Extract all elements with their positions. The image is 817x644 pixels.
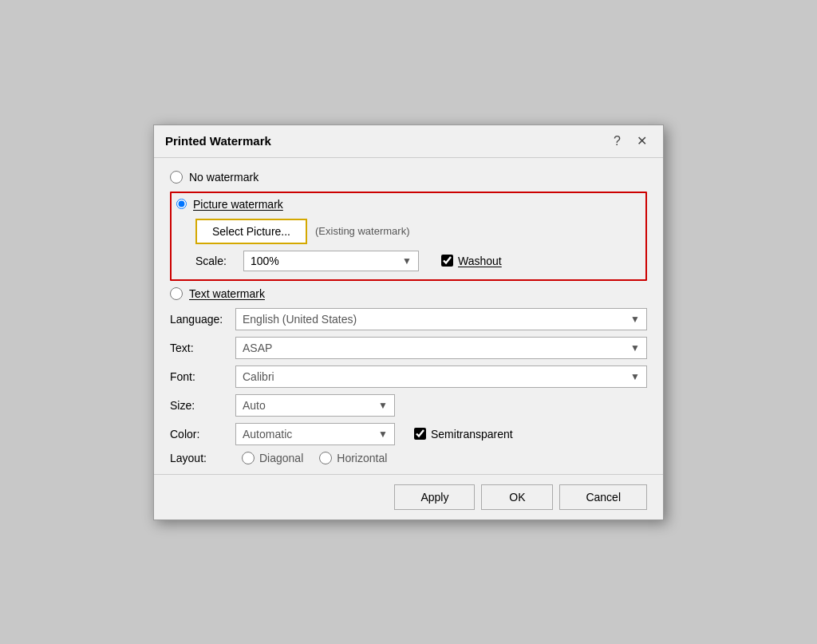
language-arrow: ▼ <box>630 314 640 325</box>
text-value: ASAP <box>243 342 272 354</box>
size-row: Size: Auto ▼ <box>170 394 647 417</box>
no-watermark-row: No watermark <box>170 171 647 184</box>
font-arrow: ▼ <box>630 371 640 382</box>
size-dropdown[interactable]: Auto ▼ <box>235 394 395 417</box>
scale-row: Scale: 100% ▼ Washout <box>195 251 639 271</box>
select-picture-wrapper: Select Picture... <box>195 219 307 244</box>
text-watermark-row: Text watermark <box>170 287 647 300</box>
language-label: Language: <box>170 313 226 326</box>
language-row: Language: English (United States) ▼ <box>170 308 647 330</box>
diagonal-option: Diagonal <box>242 452 303 464</box>
apply-button[interactable]: Apply <box>394 484 475 510</box>
scale-value: 100% <box>251 255 279 267</box>
text-watermark-radio[interactable] <box>170 287 183 300</box>
picture-watermark-label[interactable]: Picture watermark <box>193 198 283 211</box>
color-row: Color: Automatic ▼ Semitransparent <box>170 423 647 445</box>
washout-label[interactable]: Washout <box>458 255 502 267</box>
text-dropdown[interactable]: ASAP ▼ <box>235 337 647 359</box>
diagonal-radio[interactable] <box>242 452 255 464</box>
horizontal-radio[interactable] <box>319 452 332 464</box>
semitransparent-label[interactable]: Semitransparent <box>431 428 513 441</box>
text-watermark-label[interactable]: Text watermark <box>189 287 265 300</box>
text-watermark-fields: Language: English (United States) ▼ Text… <box>170 308 647 464</box>
text-label: Text: <box>170 342 226 354</box>
help-button[interactable]: ? <box>609 133 626 149</box>
text-row: Text: ASAP ▼ <box>170 337 647 359</box>
color-arrow: ▼ <box>378 429 388 440</box>
horizontal-option: Horizontal <box>319 452 387 464</box>
size-arrow: ▼ <box>378 400 388 411</box>
ok-button[interactable]: OK <box>481 484 553 510</box>
layout-label: Layout: <box>170 452 226 464</box>
dialog-footer: Apply OK Cancel <box>154 474 663 520</box>
language-value: English (United States) <box>243 313 357 326</box>
font-row: Font: Calibri ▼ <box>170 365 647 388</box>
size-value: Auto <box>243 399 266 412</box>
washout-checkbox[interactable] <box>441 255 453 267</box>
size-label: Size: <box>170 399 226 412</box>
semitransparent-row: Semitransparent <box>414 428 513 441</box>
title-actions: ? ✕ <box>609 133 652 149</box>
printed-watermark-dialog: Printed Watermark ? ✕ No watermark Pictu… <box>153 124 664 520</box>
layout-row: Layout: Diagonal Horizontal <box>170 452 647 464</box>
existing-watermark-label: (Existing watermark) <box>315 225 409 237</box>
cancel-button[interactable]: Cancel <box>559 484 647 510</box>
scale-label: Scale: <box>195 255 234 267</box>
language-dropdown[interactable]: English (United States) ▼ <box>235 308 647 330</box>
picture-watermark-section: Picture watermark Select Picture... (Exi… <box>170 192 647 281</box>
color-dropdown[interactable]: Automatic ▼ <box>235 423 395 445</box>
semitransparent-checkbox[interactable] <box>414 428 426 440</box>
no-watermark-radio[interactable] <box>170 171 183 184</box>
color-label: Color: <box>170 428 226 441</box>
no-watermark-label[interactable]: No watermark <box>189 171 259 184</box>
picture-watermark-row: Picture watermark <box>176 198 639 211</box>
scale-dropdown[interactable]: 100% ▼ <box>243 251 419 271</box>
text-watermark-section: Text watermark Language: English (United… <box>170 287 647 464</box>
diagonal-label[interactable]: Diagonal <box>259 452 303 464</box>
font-label: Font: <box>170 370 226 383</box>
text-arrow: ▼ <box>630 342 640 354</box>
font-dropdown[interactable]: Calibri ▼ <box>235 365 647 388</box>
picture-watermark-radio[interactable] <box>176 199 187 209</box>
dialog-title: Printed Watermark <box>165 134 271 148</box>
horizontal-label[interactable]: Horizontal <box>337 452 387 464</box>
title-bar: Printed Watermark ? ✕ <box>154 125 663 158</box>
dialog-content: No watermark Picture watermark Select Pi… <box>154 158 663 474</box>
color-value: Automatic <box>243 428 292 441</box>
close-button[interactable]: ✕ <box>632 133 652 149</box>
font-value: Calibri <box>243 370 274 383</box>
washout-row: Washout <box>441 255 502 267</box>
scale-dropdown-arrow: ▼ <box>402 255 412 267</box>
select-picture-row: Select Picture... (Existing watermark) <box>195 219 639 244</box>
select-picture-button[interactable]: Select Picture... <box>195 219 307 244</box>
